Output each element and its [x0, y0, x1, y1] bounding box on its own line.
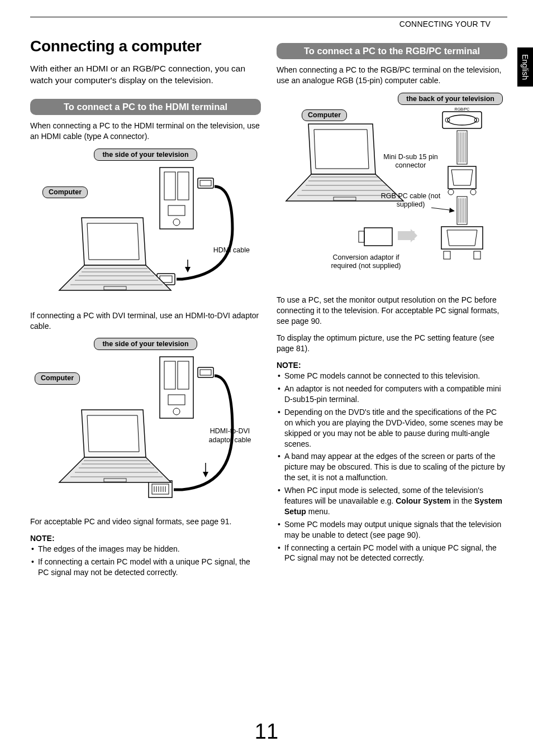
- hdmi-section-heading: To connect a PC to the HDMI terminal: [30, 99, 261, 115]
- fig3-mini-label: Mini D-sub 15 pin connector: [380, 153, 441, 170]
- right-note-heading: NOTE:: [277, 361, 507, 370]
- dvi-paragraph: If connecting a PC with DVI terminal, us…: [30, 310, 261, 332]
- right-para2: To display the optimum picture, use the …: [277, 333, 507, 354]
- svg-rect-20: [168, 395, 185, 405]
- fig3-conv-label: Conversion adaptor if required (not supp…: [327, 253, 405, 271]
- svg-point-4: [173, 219, 180, 226]
- svg-rect-19: [178, 361, 189, 389]
- svg-marker-63: [411, 229, 417, 242]
- right-para1: To use a PC, set the monitor output reso…: [277, 295, 507, 327]
- right-note-6: Some PC models may output unique signals…: [277, 519, 507, 540]
- svg-rect-2: [178, 172, 189, 200]
- fig3-label: the back of your television: [398, 93, 503, 105]
- svg-rect-60: [444, 251, 450, 259]
- rgb-body: When connecting a PC to the RGB/PC termi…: [277, 65, 507, 86]
- svg-rect-40: [442, 112, 482, 128]
- fig2-label: the side of your television: [94, 338, 197, 350]
- right-note-5: When PC input mode is selected, some of …: [277, 485, 507, 517]
- svg-point-52: [470, 189, 476, 195]
- left-note-2: If connecting a certain PC model with a …: [30, 557, 261, 578]
- rgb-figure: the back of your television RGB/PC: [277, 93, 507, 291]
- fig1-cable-label: HDMI cable: [213, 246, 250, 255]
- page-number: 11: [255, 720, 278, 744]
- language-tab: English: [517, 47, 533, 87]
- right-note-4: A band may appear at the edges of the sc…: [277, 451, 507, 483]
- dvi-figure: the side of your television: [30, 338, 261, 508]
- left-note-1: The edges of the images may be hidden.: [30, 544, 261, 554]
- svg-rect-64: [364, 228, 392, 246]
- svg-rect-0: [160, 168, 193, 229]
- hdmi-figure: the side of your television: [30, 149, 261, 302]
- left-notes-list: The edges of the images may be hidden. I…: [30, 544, 261, 578]
- svg-rect-1: [164, 172, 175, 200]
- svg-point-21: [173, 408, 180, 415]
- svg-rect-18: [164, 361, 175, 389]
- right-notes-list: Some PC models cannot be connected to th…: [277, 371, 507, 563]
- port-label: RGB/PC: [454, 107, 469, 111]
- fig3-rgb-label: RGB PC cable (not supplied): [380, 192, 441, 209]
- page-title: Connecting a computer: [30, 37, 261, 55]
- right-note-7: If connecting a certain PC model with a …: [277, 543, 507, 564]
- fig1-label: the side of your television: [94, 149, 197, 161]
- svg-rect-3: [168, 205, 185, 216]
- fig1-computer-label: Computer: [42, 186, 88, 199]
- svg-marker-16: [185, 267, 191, 272]
- svg-rect-65: [359, 231, 364, 242]
- svg-point-41: [448, 115, 477, 125]
- rgb-section-heading: To connect a PC to the RGB/PC terminal: [277, 43, 507, 59]
- formats-paragraph: For acceptable PC and video signal forma…: [30, 516, 261, 527]
- svg-marker-73: [449, 208, 455, 213]
- svg-rect-17: [160, 357, 193, 418]
- header-breadcrumb: CONNECTING YOUR TV: [30, 20, 507, 28]
- intro-paragraph: With either an HDMI or an RGB/PC connect…: [30, 63, 261, 87]
- fig2-cable-label: HDMI-to-DVI adaptor cable: [203, 427, 256, 444]
- fig3-computer-label: Computer: [302, 109, 347, 122]
- right-note-1: Some PC models cannot be connected to th…: [277, 371, 507, 381]
- svg-rect-61: [474, 251, 480, 259]
- left-note-heading: NOTE:: [30, 534, 261, 543]
- right-note-3: Depending on the DVD's title and the spe…: [277, 407, 507, 449]
- svg-marker-39: [203, 472, 208, 477]
- hdmi-body: When connecting a PC to the HDMI termina…: [30, 121, 261, 142]
- right-note-2: An adaptor is not needed for computers w…: [277, 384, 507, 405]
- fig2-computer-label: Computer: [35, 372, 80, 385]
- svg-point-51: [448, 189, 454, 195]
